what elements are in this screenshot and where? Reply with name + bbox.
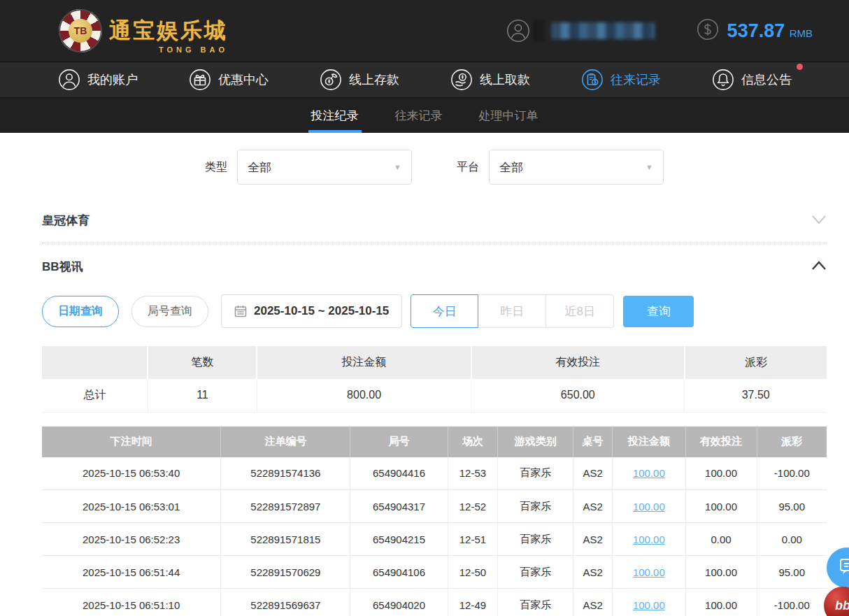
date-range-value: 2025-10-15 ~ 2025-10-15 [254,304,389,318]
summary-header-cell: 有效投注 [471,346,685,379]
cell-bet-id: 522891571815 [221,523,350,556]
nav-item-gift[interactable]: 优惠中心 [188,68,269,92]
sub-tab-0[interactable]: 投注纪录 [308,98,362,133]
summary-cell: 37.50 [685,379,827,412]
chevron-down-icon[interactable] [811,215,827,227]
cell-payout: 95.00 [757,556,827,589]
nav-item-records[interactable]: 往来记录 [580,68,661,92]
summary-header-cell: 投注金额 [257,346,471,379]
nav-item-bell[interactable]: 信息公告 [711,68,792,92]
round-query-button[interactable]: 局号查询 [131,296,208,327]
bet-amount-link[interactable]: 100.00 [633,501,665,513]
bet-amount-link[interactable]: 100.00 [633,533,665,545]
summary-header-cell: 派彩 [685,346,827,379]
table-row: 2025-10-15 06:52:23522891571815654904215… [42,523,827,556]
nav-item-label: 线上取款 [480,71,530,88]
bet-table-body: 2025-10-15 06:53:40522891574136654904416… [42,457,827,616]
section-crown-sports[interactable]: 皇冠体育 [42,197,827,243]
query-controls: 日期查询 局号查询 2025-10-15 ~ 2025-10-15 今日昨日近8… [42,289,827,346]
username-redacted [551,22,655,39]
gift-icon [188,68,212,92]
cell-game: 百家乐 [498,457,573,490]
casino-chip-icon: TB [59,9,102,52]
site-logo[interactable]: TB 通宝娱乐城 TONG BAO [59,9,228,52]
chat-icon [838,557,849,578]
table-row: 2025-10-15 06:53:01522891572897654904317… [42,490,827,523]
sub-tab-1[interactable]: 往来记录 [392,98,445,133]
cell-payout: -100.00 [757,457,827,490]
bet-header-cell: 场次 [448,427,498,457]
balance-amount: 537.87 [727,20,785,41]
cell-time: 2025-10-15 06:51:10 [42,589,221,616]
cell-bet-amount[interactable]: 100.00 [613,490,685,523]
cell-table: AS2 [573,523,613,556]
summary-cell: 总计 [42,379,148,412]
cell-round: 654904416 [350,457,448,490]
type-select[interactable]: 全部 ▼ [237,150,412,185]
chevron-down-icon: ▼ [645,163,653,171]
chevron-up-icon[interactable] [811,261,827,273]
sub-tab-label: 往来记录 [395,108,443,124]
logo-title: 通宝娱乐城 [109,16,228,45]
sub-tab-label: 处理中订单 [479,108,538,124]
cell-table: AS2 [573,556,613,589]
platform-filter-label: 平台 [457,160,479,175]
nav-item-withdraw[interactable]: 线上取款 [450,68,530,92]
nav-item-label: 线上存款 [349,71,399,88]
quick-date-button-2[interactable]: 近8日 [546,294,614,328]
search-button[interactable]: 查询 [623,296,694,327]
chevron-down-icon: ▼ [394,163,401,171]
cell-session: 12-50 [448,556,498,589]
cell-round: 654904317 [350,490,448,523]
bet-amount-link[interactable]: 100.00 [633,467,665,479]
cell-session: 12-53 [448,457,498,490]
bet-amount-link[interactable]: 100.00 [633,566,665,578]
date-query-button[interactable]: 日期查询 [42,296,119,327]
sub-tab-label: 投注纪录 [311,108,359,124]
cell-session: 12-49 [448,589,498,616]
platform-select-value: 全部 [499,159,523,176]
bet-amount-link[interactable]: 100.00 [633,599,665,611]
bet-header-cell: 注单编号 [221,427,350,457]
main-nav: 我的账户优惠中心线上存款线上取款往来记录信息公告 [0,62,849,97]
cell-session: 12-52 [448,490,498,523]
bet-header-cell: 投注金额 [613,427,685,457]
cell-time: 2025-10-15 06:52:23 [42,523,221,556]
nav-item-deposit[interactable]: 线上存款 [319,68,399,92]
cell-bet-amount[interactable]: 100.00 [613,457,685,490]
quick-date-group: 今日昨日近8日 [411,294,614,328]
summary-header-cell: 笔数 [148,346,257,379]
summary-header-cell [42,346,148,379]
bet-header-cell: 有效投注 [685,427,757,457]
cell-bet-id: 522891572897 [221,490,350,523]
platform-select[interactable]: 全部 ▼ [489,150,664,185]
notification-dot [797,64,803,70]
calendar-icon [234,305,247,317]
section-bb-video[interactable]: BB视讯 [42,243,827,289]
bet-header-cell: 游戏类别 [498,427,573,457]
bell-icon [711,68,735,92]
date-range-picker[interactable]: 2025-10-15 ~ 2025-10-15 [221,294,402,328]
section-title-crown: 皇冠体育 [42,213,90,229]
cell-table: AS2 [573,490,613,523]
nav-item-label: 往来记录 [611,71,661,88]
quick-date-button-0[interactable]: 今日 [411,294,478,328]
cell-bet-amount[interactable]: 100.00 [613,589,685,616]
cell-time: 2025-10-15 06:53:01 [42,490,221,523]
cell-bet-amount[interactable]: 100.00 [613,523,685,556]
sub-tab-2[interactable]: 处理中订单 [476,98,541,133]
dollar-circle-icon [697,18,719,43]
bb-logo: bb [835,599,849,613]
nav-item-account[interactable]: 我的账户 [57,68,138,92]
top-header: TB 通宝娱乐城 TONG BAO [0,0,849,62]
cell-session: 12-51 [448,523,498,556]
type-filter-label: 类型 [205,160,227,175]
cell-bet-id: 522891570629 [221,556,350,589]
table-row: 2025-10-15 06:51:44522891570629654904106… [42,556,827,589]
cell-bet-amount[interactable]: 100.00 [613,556,685,589]
balance[interactable]: 537.87 RMB [697,18,813,43]
bet-header-cell: 下注时间 [42,427,221,457]
user-info[interactable] [506,19,655,43]
quick-date-button-1[interactable]: 昨日 [478,294,546,328]
cell-valid-bet: 0.00 [685,523,757,556]
